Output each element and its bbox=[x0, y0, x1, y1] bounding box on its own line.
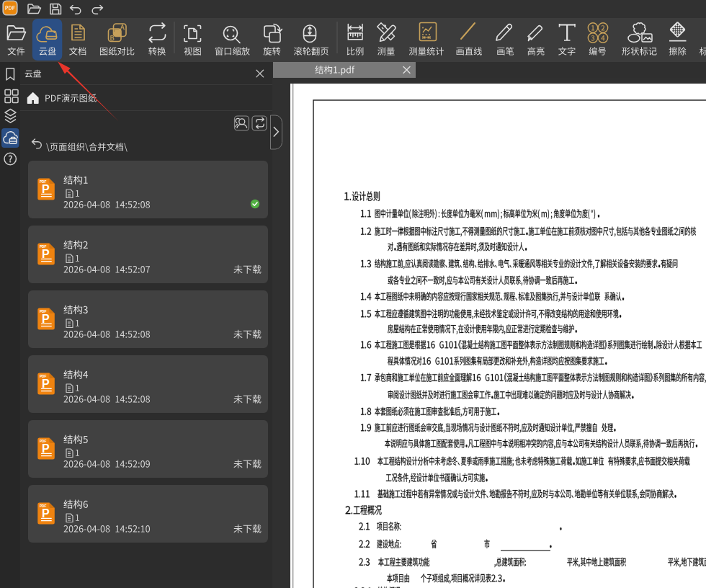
svg-text:P: P bbox=[42, 378, 50, 390]
svg-text:P: P bbox=[42, 313, 50, 325]
svg-text:P: P bbox=[42, 183, 50, 195]
svg-text:P: P bbox=[42, 248, 50, 260]
svg-text:P: P bbox=[42, 442, 50, 455]
svg-text:P: P bbox=[42, 507, 50, 520]
